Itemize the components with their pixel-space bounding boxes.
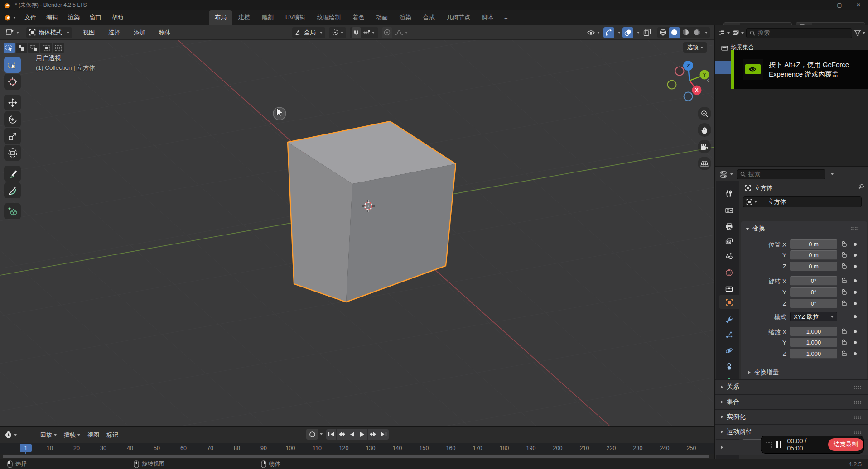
workspace-tab-0[interactable]: 布局	[209, 10, 232, 25]
lock-icon[interactable]	[841, 263, 847, 269]
animate-dot[interactable]	[854, 352, 857, 355]
sidebar-toggle[interactable]: ‹	[707, 76, 709, 84]
animate-dot[interactable]	[854, 291, 857, 294]
shading-material-button[interactable]	[680, 27, 691, 38]
recording-overlay[interactable]: 00:00 / 05:00 结束录制	[761, 436, 863, 453]
jump-to-start-button[interactable]	[326, 429, 337, 440]
properties-tab-collection[interactable]	[719, 282, 739, 295]
snap-target-button[interactable]	[361, 27, 376, 38]
maximize-button[interactable]: ▢	[830, 0, 849, 10]
panel-drag-dots[interactable]	[854, 415, 862, 419]
select-mode-button-4[interactable]	[53, 43, 64, 53]
axis-x-ball[interactable]: X	[695, 87, 699, 93]
animate-dot[interactable]	[854, 341, 857, 344]
close-button[interactable]: ✕	[849, 0, 868, 10]
animate-dot[interactable]	[854, 254, 857, 257]
auto-keying-toggle[interactable]	[306, 429, 318, 440]
add-workspace-button[interactable]: +	[500, 12, 512, 25]
lock-icon[interactable]	[841, 328, 847, 334]
next-keyframe-button[interactable]	[368, 429, 378, 440]
object-name-field[interactable]: 立方体	[743, 196, 862, 207]
tool-move[interactable]	[4, 95, 21, 110]
axis-y-ball[interactable]: Y	[703, 72, 706, 77]
collapsed-section-0[interactable]: 关系	[715, 379, 868, 394]
transform-value-field[interactable]: 0 m	[790, 250, 837, 260]
tool-rotate[interactable]	[4, 111, 21, 127]
pan-button[interactable]	[698, 123, 711, 137]
transform-panel-header[interactable]: 变换	[746, 225, 765, 233]
animate-dot[interactable]	[854, 243, 857, 246]
transform-value-field[interactable]: 0°	[790, 287, 837, 297]
transform-delta-section[interactable]: 变换增量	[748, 368, 779, 377]
minimize-button[interactable]: —	[811, 0, 830, 10]
previous-keyframe-button[interactable]	[337, 429, 347, 440]
transform-value-field[interactable]: 1.000	[790, 327, 837, 336]
properties-tab-view-layer[interactable]	[719, 234, 739, 248]
timeline-menu-3[interactable]: 标记	[103, 430, 122, 440]
topbar-menu-0[interactable]: 文件	[20, 12, 40, 23]
tool-annotate[interactable]	[4, 166, 21, 182]
workspace-tab-8[interactable]: 合成	[417, 10, 441, 25]
stop-recording-button[interactable]: 结束录制	[828, 438, 863, 451]
animate-dot[interactable]	[854, 279, 857, 282]
scrollbar-handle[interactable]	[3, 455, 709, 458]
tool-measure[interactable]	[4, 182, 21, 198]
properties-tab-constraints[interactable]	[719, 359, 739, 373]
tool-add-cube[interactable]	[4, 203, 21, 219]
timeline-ruler[interactable]: 1 10203040506070809010011012013014015016…	[0, 443, 714, 454]
workspace-tab-5[interactable]: 着色	[347, 10, 370, 25]
workspace-tab-1[interactable]: 建模	[232, 10, 256, 25]
panel-drag-dots[interactable]	[854, 385, 862, 389]
workspace-tab-4[interactable]: 纹理绘制	[311, 10, 347, 25]
pin-toggle-icon[interactable]	[858, 184, 864, 190]
viewport-menu-0[interactable]: 视图	[78, 27, 99, 38]
pivot-point-button[interactable]	[329, 27, 346, 38]
transform-value-field[interactable]: 0°	[790, 276, 837, 286]
transform-value-field[interactable]: 1.000	[790, 338, 837, 347]
viewport-3d[interactable]	[0, 40, 714, 426]
zoom-button[interactable]	[698, 107, 711, 120]
panel-drag-dots[interactable]	[851, 226, 859, 230]
lock-icon[interactable]	[841, 300, 847, 306]
axis-neg-x-ball[interactable]	[675, 67, 684, 76]
properties-tab-particles[interactable]	[719, 328, 739, 341]
tool-transform[interactable]	[4, 145, 21, 161]
transform-value-field[interactable]: 0 m	[790, 262, 837, 271]
axis-neg-z-ball[interactable]	[684, 92, 693, 101]
outliner-search-input[interactable]: 搜索	[746, 28, 852, 38]
properties-tab-world[interactable]	[719, 266, 739, 279]
animate-dot[interactable]	[854, 330, 857, 333]
shading-solid-button[interactable]	[669, 27, 680, 38]
proportional-edit-toggle[interactable]	[382, 27, 392, 38]
outliner-filter-mode[interactable]	[732, 30, 744, 36]
lock-icon[interactable]	[841, 339, 847, 345]
options-dropdown[interactable]: 选项	[683, 42, 707, 53]
lock-icon[interactable]	[841, 350, 847, 356]
viewport-menu-2[interactable]: 添加	[129, 27, 150, 38]
lock-icon[interactable]	[841, 278, 847, 283]
properties-tab-tool[interactable]	[719, 187, 739, 200]
properties-tab-object[interactable]	[719, 295, 739, 309]
animate-dot[interactable]	[854, 315, 857, 318]
topbar-menu-3[interactable]: 窗口	[86, 12, 106, 23]
viewport-menu-3[interactable]: 物体	[154, 27, 175, 38]
collapsed-section-2[interactable]: 实例化	[715, 409, 868, 424]
properties-tab-scene[interactable]	[719, 249, 739, 263]
animate-dot[interactable]	[854, 265, 857, 268]
workspace-tab-7[interactable]: 渲染	[394, 10, 417, 25]
timeline-menu-1[interactable]: 插帧	[60, 430, 84, 440]
topbar-menu-1[interactable]: 编辑	[42, 12, 62, 23]
timeline-editor-type-button[interactable]	[5, 431, 17, 439]
select-mode-button-3[interactable]	[40, 43, 52, 53]
xray-toggle[interactable]	[641, 27, 653, 38]
transform-value-field[interactable]: 1.000	[790, 349, 837, 359]
topbar-menu-2[interactable]: 渲染	[64, 12, 84, 23]
orthographic-toggle[interactable]	[698, 157, 711, 170]
collapsed-section-1[interactable]: 集合	[715, 394, 868, 409]
outliner-display-mode[interactable]	[718, 30, 730, 36]
select-mode-button-0[interactable]	[4, 43, 15, 53]
workspace-tab-6[interactable]: 动画	[370, 10, 394, 25]
outliner-selected-row[interactable]	[715, 61, 732, 74]
axis-z-ball[interactable]: Z	[687, 63, 690, 68]
transform-value-field[interactable]: 0°	[790, 299, 837, 308]
